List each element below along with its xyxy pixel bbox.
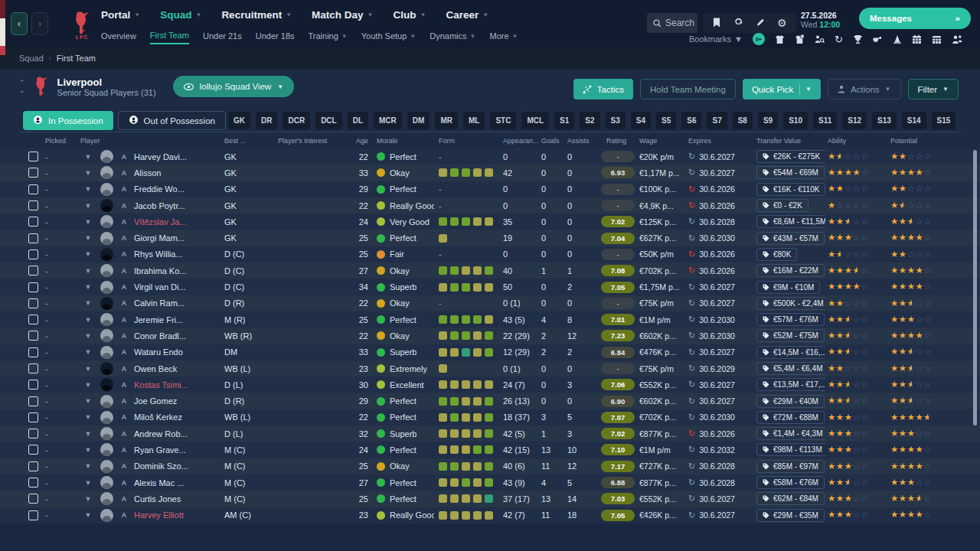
table-row[interactable]: -▼AIbrahima Ko...D (C)27Okay40117.08€702… [0,262,980,279]
col-rating[interactable]: Rating [596,137,637,145]
row-checkbox[interactable] [28,364,38,373]
news-icon[interactable]: 0+ [753,33,765,45]
position-chip-s6[interactable]: S6 [681,112,701,129]
position-chip-s10[interactable]: S10 [783,112,808,129]
settings-icon[interactable]: ⚙ [777,18,787,28]
sync-icon[interactable]: ↻ [835,32,843,46]
row-expand-icon[interactable]: ▼ [78,446,98,454]
transfer-value-pill[interactable]: €13,5M - €17,... [756,378,825,391]
table-row[interactable]: -▼AAlexis Mac ...M (C)27Perfect43 (9)456… [0,474,980,491]
row-checkbox[interactable] [28,217,38,227]
row-expand-icon[interactable]: ▼ [78,202,98,210]
player-name[interactable]: Miloš Kerkez [132,412,222,422]
transfer-value-pill[interactable]: €98M - €113M [756,443,825,456]
table-row[interactable]: -▼AAlissonGK33Okay42006.93€1,17M p...↻30… [0,165,980,181]
col-appearances[interactable]: Appearan... [501,137,539,145]
kit-icon[interactable] [795,34,805,44]
back-button[interactable]: ‹ [11,12,28,35]
player-name[interactable]: Harvey Elliott [132,510,222,520]
table-row[interactable]: -▼ARyan Grave...M (C)24Perfect42 (15)131… [0,442,980,458]
subnav-under-21s[interactable]: Under 21s [203,31,242,44]
forward-button[interactable]: › [31,12,48,35]
bookmarks-dropdown[interactable]: Bookmarks▼ [689,34,743,44]
row-expand-icon[interactable]: ▼ [78,413,98,421]
table-row[interactable]: -▼ARhys Willia...D (C)25Fair-000-€50K p/… [0,246,980,262]
row-expand-icon[interactable]: ▼ [78,348,98,356]
position-chip-dl[interactable]: DL [348,112,368,129]
position-chip-s4[interactable]: S4 [631,112,651,129]
row-checkbox[interactable] [28,298,38,308]
col-picked[interactable]: Picked [43,137,78,145]
col-player-interest[interactable]: Player's Interest [276,137,343,145]
position-chip-s3[interactable]: S3 [606,112,626,129]
row-checkbox[interactable] [28,445,38,455]
player-name[interactable]: Kostas Tsimi... [132,380,222,390]
position-chip-s14[interactable]: S14 [902,112,926,129]
staff-icon[interactable] [952,34,962,44]
position-chip-dm[interactable]: DM [407,112,430,129]
team-cycle-arrows[interactable]: ⌃⌄ [19,79,25,94]
row-checkbox[interactable] [28,201,38,210]
transfer-value-pill[interactable]: €0 - €2K [756,199,808,212]
player-name[interactable]: Dominik Szo... [132,461,222,471]
row-expand-icon[interactable]: ▼ [78,316,98,324]
row-expand-icon[interactable]: ▼ [78,283,98,291]
table-row[interactable]: -▼AJeremie Fri...M (R)25Perfect43 (5)487… [0,311,980,328]
position-chip-dr[interactable]: DR [256,112,277,129]
row-checkbox[interactable] [28,380,38,390]
vertical-scrollbar[interactable] [973,150,977,425]
row-checkbox[interactable] [28,331,38,341]
row-checkbox[interactable] [28,249,38,259]
subnav-under-18s[interactable]: Under 18s [256,31,295,44]
position-chip-s1[interactable]: S1 [554,112,574,129]
transfer-value-pill[interactable]: €62M - €84M [756,492,825,505]
schedule-icon[interactable] [932,34,942,44]
transfer-value-pill[interactable]: €16K - €110K [756,183,825,196]
transfer-value-pill[interactable]: €57M - €76M [756,313,825,326]
row-expand-icon[interactable]: ▼ [78,218,98,226]
competition-icon[interactable] [853,34,863,44]
player-name[interactable]: Freddie Wo... [132,184,222,194]
row-expand-icon[interactable]: ▼ [78,365,98,373]
table-row[interactable]: -▼AVítězslav Ja...GK24Very Good35007.02€… [0,214,980,230]
player-name[interactable]: Vítězslav Ja... [132,217,222,227]
tab-out-of-possession[interactable]: Out of Possession [118,111,226,130]
position-chip-gk[interactable]: GK [228,112,250,129]
quick-pick-button[interactable]: Quick Pick ▼ [743,79,821,99]
nav-recruitment[interactable]: Recruitment▼ [221,9,292,21]
referee-icon[interactable] [873,34,883,44]
position-chip-s12[interactable]: S12 [842,112,867,129]
row-checkbox[interactable] [28,510,38,520]
player-name[interactable]: Joe Gomez [132,396,222,406]
row-checkbox[interactable] [28,233,38,243]
player-name[interactable]: Giorgi Mam... [132,233,222,243]
row-expand-icon[interactable]: ▼ [78,397,98,405]
col-ability[interactable]: Ability [825,137,888,145]
row-expand-icon[interactable]: ▼ [78,381,98,389]
row-expand-icon[interactable]: ▼ [78,250,98,258]
row-checkbox[interactable] [28,347,38,357]
position-chip-dcr[interactable]: DCR [283,112,310,129]
player-name[interactable]: Ibrahima Ko... [132,266,222,276]
row-expand-icon[interactable]: ▼ [78,511,98,519]
transfer-value-pill[interactable]: €5,4M - €6,4M [756,362,825,375]
position-chip-s5[interactable]: S5 [656,112,676,129]
subnav-overview[interactable]: Overview [101,31,136,44]
table-row[interactable]: -▼AVirgil van Di...D (C)34Superb50027.05… [0,279,980,295]
player-name[interactable]: Calvin Ram... [132,298,222,308]
table-row[interactable]: -▼AJoe GomezD (R)29Perfect26 (13)006.90€… [0,393,980,409]
row-checkbox[interactable] [28,478,38,487]
row-expand-icon[interactable]: ▼ [78,267,98,275]
nav-squad[interactable]: Squad▼ [160,9,201,21]
position-chip-stc[interactable]: STC [490,112,516,129]
transfer-value-pill[interactable]: €85M - €97M [756,460,825,473]
row-checkbox[interactable] [28,461,38,471]
row-checkbox[interactable] [28,152,38,161]
player-name[interactable]: Alexis Mac ... [132,478,222,487]
col-player[interactable]: Player [78,137,222,145]
table-row[interactable]: -▼AAndrew Rob...D (L)32Superb42 (5)137.0… [0,425,980,442]
transfer-value-pill[interactable]: €80K [756,248,797,261]
position-chip-ml[interactable]: ML [463,112,485,129]
transfer-value-pill[interactable]: €500K - €2,4M [756,297,825,310]
row-checkbox[interactable] [28,412,38,422]
